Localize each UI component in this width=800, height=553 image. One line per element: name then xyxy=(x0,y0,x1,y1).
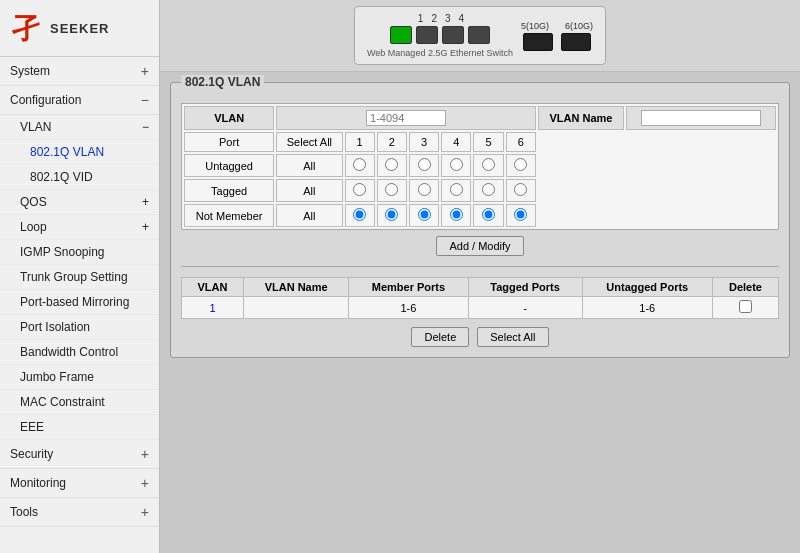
vlan-input-cell xyxy=(276,106,536,130)
sfp-group: 5(10G) 6(10G) xyxy=(521,21,593,51)
sidebar-item-configuration[interactable]: Configuration − xyxy=(0,86,159,115)
port-num-2: 2 xyxy=(377,132,407,152)
notmember-radio-4-input[interactable] xyxy=(450,208,463,221)
delete-button[interactable]: Delete xyxy=(411,327,469,347)
notmember-radio-2-input[interactable] xyxy=(385,208,398,221)
port-4 xyxy=(468,26,490,44)
sidebar-item-vlan[interactable]: VLAN − xyxy=(0,115,159,140)
sfp-ports xyxy=(523,33,591,51)
sidebar-item-configuration-label: Configuration xyxy=(10,93,81,107)
tagged-radio-1-input[interactable] xyxy=(353,183,366,196)
select-all-label: Select All xyxy=(276,132,342,152)
sidebar-item-mac-label: MAC Constraint xyxy=(20,395,105,409)
untagged-radio-4-input[interactable] xyxy=(450,158,463,171)
untagged-radio-6-input[interactable] xyxy=(514,158,527,171)
notmember-radio-6[interactable] xyxy=(506,204,536,227)
device-header: 1 2 3 4 Web Managed 2.5G Ethernet Switch… xyxy=(160,0,800,72)
notmember-radio-5-input[interactable] xyxy=(482,208,495,221)
sidebar-item-port-mirror[interactable]: Port-based Mirroring xyxy=(0,290,159,315)
untagged-radio-3-input[interactable] xyxy=(418,158,431,171)
add-modify-button[interactable]: Add / Modify xyxy=(436,236,523,256)
sidebar-item-802q-vid[interactable]: 802.1Q VID xyxy=(0,165,159,190)
sidebar-item-vlan-icon: − xyxy=(142,120,149,134)
table-row: 1 1-6 - 1-6 xyxy=(182,297,779,319)
sidebar-item-qos-icon: + xyxy=(142,195,149,209)
tagged-radio-4-input[interactable] xyxy=(450,183,463,196)
row-delete-checkbox[interactable] xyxy=(712,297,778,319)
untagged-radio-2-input[interactable] xyxy=(385,158,398,171)
vlan-link[interactable]: 1 xyxy=(209,302,215,314)
sidebar-item-monitoring[interactable]: Monitoring + xyxy=(0,469,159,498)
notmember-radio-1[interactable] xyxy=(345,204,375,227)
notmember-radio-2[interactable] xyxy=(377,204,407,227)
notmember-radio-5[interactable] xyxy=(473,204,503,227)
sidebar-item-802q-label: 802.1Q VLAN xyxy=(30,145,104,159)
sidebar-item-802q-vlan[interactable]: 802.1Q VLAN xyxy=(0,140,159,165)
tagged-radio-2-input[interactable] xyxy=(385,183,398,196)
sidebar-item-qos-label: QOS xyxy=(20,195,47,209)
sidebar-item-security[interactable]: Security + xyxy=(0,440,159,469)
section-title: 802.1Q VLAN xyxy=(181,75,264,89)
untagged-radio-4[interactable] xyxy=(441,154,471,177)
sidebar-item-qos[interactable]: QOS + xyxy=(0,190,159,215)
untagged-radio-6[interactable] xyxy=(506,154,536,177)
tagged-radio-2[interactable] xyxy=(377,179,407,202)
logo-text: SEEKER xyxy=(50,21,109,36)
notmember-radio-1-input[interactable] xyxy=(353,208,366,221)
row-tagged-ports: - xyxy=(468,297,582,319)
port-num-1: 1 xyxy=(345,132,375,152)
vlan-form-table: VLAN VLAN Name Port Select All 1 2 3 4 xyxy=(181,103,779,230)
notmember-radio-6-input[interactable] xyxy=(514,208,527,221)
content-area: 802.1Q VLAN VLAN VLAN Name Port Select A… xyxy=(160,72,800,553)
sidebar-item-configuration-icon: − xyxy=(141,92,149,108)
tagged-radio-5[interactable] xyxy=(473,179,503,202)
tagged-radio-5-input[interactable] xyxy=(482,183,495,196)
notmember-radio-3-input[interactable] xyxy=(418,208,431,221)
th-vlan: VLAN xyxy=(182,278,244,297)
sidebar-item-jumbo-label: Jumbo Frame xyxy=(20,370,94,384)
sidebar-item-system[interactable]: System + xyxy=(0,57,159,86)
sidebar-item-igmp[interactable]: IGMP Snooping xyxy=(0,240,159,265)
sidebar-item-tools[interactable]: Tools + xyxy=(0,498,159,527)
sfp-labels: 5(10G) 6(10G) xyxy=(521,21,593,31)
tagged-radio-1[interactable] xyxy=(345,179,375,202)
select-all-button[interactable]: Select All xyxy=(477,327,548,347)
tagged-radio-3[interactable] xyxy=(409,179,439,202)
vlan-section: 802.1Q VLAN VLAN VLAN Name Port Select A… xyxy=(170,82,790,358)
tagged-radio-6-input[interactable] xyxy=(514,183,527,196)
row-untagged-ports: 1-6 xyxy=(582,297,712,319)
sidebar-item-trunk[interactable]: Trunk Group Setting xyxy=(0,265,159,290)
not-member-all: All xyxy=(276,204,342,227)
tagged-radio-4[interactable] xyxy=(441,179,471,202)
port-num-5: 5 xyxy=(473,132,503,152)
untagged-radio-1-input[interactable] xyxy=(353,158,366,171)
vlan-input[interactable] xyxy=(366,110,446,126)
untagged-radio-2[interactable] xyxy=(377,154,407,177)
sidebar-item-port-isolation-label: Port Isolation xyxy=(20,320,90,334)
untagged-radio-3[interactable] xyxy=(409,154,439,177)
untagged-row: Untagged All xyxy=(184,154,776,177)
sidebar-item-monitoring-icon: + xyxy=(141,475,149,491)
logo-icon: 孑 xyxy=(8,10,44,46)
untagged-radio-1[interactable] xyxy=(345,154,375,177)
sfp-port-5 xyxy=(523,33,553,51)
tagged-radio-3-input[interactable] xyxy=(418,183,431,196)
vlan-name-input[interactable] xyxy=(641,110,761,126)
sidebar-item-eee[interactable]: EEE xyxy=(0,415,159,440)
notmember-radio-4[interactable] xyxy=(441,204,471,227)
sidebar-item-bandwidth[interactable]: Bandwidth Control xyxy=(0,340,159,365)
delete-checkbox[interactable] xyxy=(739,300,752,313)
untagged-radio-5-input[interactable] xyxy=(482,158,495,171)
sidebar-item-loop[interactable]: Loop + xyxy=(0,215,159,240)
tagged-radio-6[interactable] xyxy=(506,179,536,202)
th-untagged-ports: Untagged Ports xyxy=(582,278,712,297)
untagged-all: All xyxy=(276,154,342,177)
port-1 xyxy=(390,26,412,44)
sidebar-item-jumbo[interactable]: Jumbo Frame xyxy=(0,365,159,390)
sidebar-item-mac-constraint[interactable]: MAC Constraint xyxy=(0,390,159,415)
th-member-ports: Member Ports xyxy=(349,278,468,297)
sidebar-item-port-isolation[interactable]: Port Isolation xyxy=(0,315,159,340)
vlan-name-input-cell xyxy=(626,106,776,130)
notmember-radio-3[interactable] xyxy=(409,204,439,227)
untagged-radio-5[interactable] xyxy=(473,154,503,177)
